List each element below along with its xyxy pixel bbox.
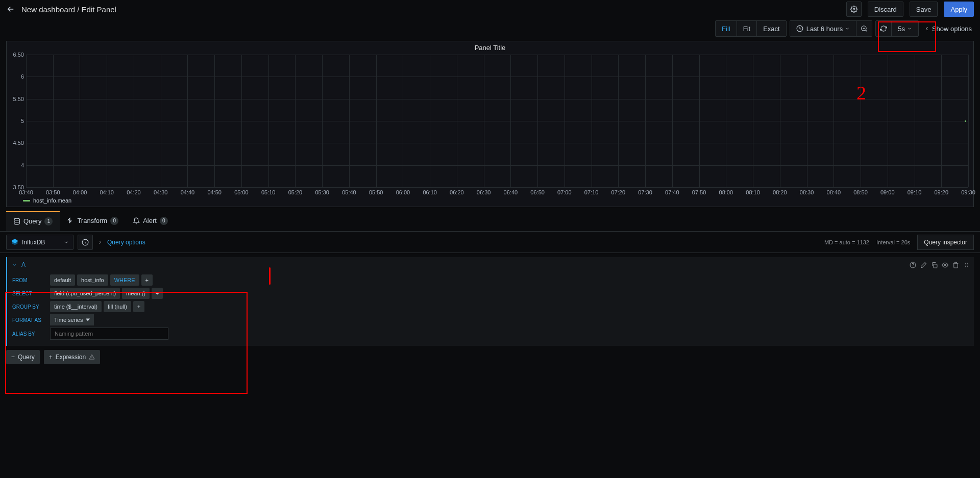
chevron-left-icon <box>924 26 930 32</box>
where-chip[interactable]: WHERE <box>110 274 139 286</box>
svg-point-8 <box>965 263 966 264</box>
gear-icon <box>850 6 857 13</box>
add-query-label: Query <box>18 354 35 361</box>
refresh-group: 5s <box>875 20 919 37</box>
svg-rect-6 <box>934 264 937 267</box>
plus-icon: + <box>11 354 15 361</box>
format-select[interactable]: Time series <box>50 314 94 325</box>
warning-icon <box>89 354 95 360</box>
select-add-button[interactable]: + <box>152 288 163 299</box>
tab-query-count: 1 <box>44 217 53 225</box>
discard-button[interactable]: Discard <box>868 2 903 17</box>
editor-tabs: Query 1 Transform 0 Alert 0 <box>0 211 980 232</box>
query-toggle-icon[interactable] <box>942 262 948 268</box>
md-info: MD = auto = 1132 <box>824 239 869 245</box>
view-fill-button[interactable]: Fill <box>716 21 737 36</box>
tab-query[interactable]: Query 1 <box>6 211 60 231</box>
select-field-chip[interactable]: field (cpu_used_percent) <box>50 288 120 299</box>
timerange-label: Last 6 hours <box>806 25 843 33</box>
query-inspector-button[interactable]: Query inspector <box>917 235 974 250</box>
from-measurement-chip[interactable]: host_info <box>77 274 108 286</box>
chevron-down-icon[interactable] <box>11 262 17 268</box>
svg-point-9 <box>967 263 968 264</box>
groupby-label: GROUP BY <box>11 304 48 310</box>
groupby-time-chip[interactable]: time ($__interval) <box>50 301 102 312</box>
svg-point-10 <box>965 264 966 265</box>
refresh-button[interactable] <box>876 21 892 36</box>
svg-point-3 <box>14 218 20 220</box>
from-label: FROM <box>11 278 48 283</box>
groupby-add-button[interactable]: + <box>133 301 144 312</box>
query-duplicate-icon[interactable] <box>931 262 938 268</box>
alias-label: ALIAS BY <box>11 331 48 337</box>
settings-button[interactable] <box>846 2 862 17</box>
chevron-down-icon <box>64 240 69 245</box>
alias-input[interactable] <box>50 328 168 340</box>
save-button[interactable]: Save <box>910 2 938 17</box>
format-label: FORMAT AS <box>11 317 48 323</box>
caret-down-icon <box>86 318 90 322</box>
chevron-right-icon[interactable] <box>97 239 103 245</box>
zoom-out-icon <box>861 25 868 32</box>
groupby-fill-chip[interactable]: fill (null) <box>104 301 131 312</box>
legend[interactable]: host_info.mean <box>7 196 973 207</box>
tab-transform-label: Transform <box>77 217 107 224</box>
timerange-picker[interactable]: Last 6 hours <box>790 20 873 37</box>
show-options-button[interactable]: Show options <box>922 21 974 36</box>
back-arrow-icon[interactable] <box>6 5 15 14</box>
view-exact-button[interactable]: Exact <box>757 21 786 36</box>
query-delete-icon[interactable] <box>952 262 959 268</box>
chart-area[interactable]: 3.5044.5055.5066.5003:4003:5004:0004:100… <box>26 55 968 194</box>
select-agg-chip[interactable]: mean () <box>122 288 150 299</box>
chevron-down-icon <box>845 26 850 31</box>
plus-icon: + <box>49 354 53 361</box>
tab-alert-label: Alert <box>143 217 157 224</box>
page-title: New dashboard / Edit Panel <box>21 5 116 14</box>
bell-icon <box>133 217 140 224</box>
timerange-button[interactable]: Last 6 hours <box>790 21 857 36</box>
refresh-icon <box>880 25 887 32</box>
query-options-link[interactable]: Query options <box>107 239 145 246</box>
add-expression-button[interactable]: + Expression <box>44 350 100 364</box>
datasource-picker[interactable]: InfluxDB <box>6 235 74 250</box>
refresh-interval-label: 5s <box>898 25 905 33</box>
datasource-help-button[interactable] <box>78 235 93 250</box>
interval-info: Interval = 20s <box>876 239 910 245</box>
clock-icon <box>796 25 803 32</box>
tab-transform[interactable]: Transform 0 <box>60 211 126 231</box>
panel: Panel Title 3.5044.5055.5066.5003:4003:5… <box>6 41 974 207</box>
select-label: SELECT <box>11 291 48 296</box>
svg-point-12 <box>965 266 966 267</box>
add-expression-label: Expression <box>56 354 86 361</box>
svg-point-13 <box>967 266 968 267</box>
zoom-out-button[interactable] <box>856 21 872 36</box>
svg-point-11 <box>967 264 968 265</box>
query-help-icon[interactable] <box>910 262 916 268</box>
legend-label: host_info.mean <box>33 197 71 204</box>
view-fit-button[interactable]: Fit <box>737 21 757 36</box>
datasource-name: InfluxDB <box>22 239 45 246</box>
query-edit-icon[interactable] <box>920 262 927 268</box>
apply-button[interactable]: Apply <box>944 2 974 17</box>
info-icon <box>82 239 89 246</box>
panel-title: Panel Title <box>7 41 973 55</box>
query-row-a: A FROM default host_info WHERE + SELECT … <box>6 257 974 346</box>
database-icon <box>13 218 20 225</box>
tab-alert-count: 0 <box>160 217 168 225</box>
influxdb-icon <box>11 238 19 246</box>
query-name[interactable]: A <box>21 261 26 268</box>
refresh-interval-button[interactable]: 5s <box>892 21 918 36</box>
query-drag-icon[interactable] <box>963 262 970 268</box>
view-mode-segment: Fill Fit Exact <box>715 20 787 37</box>
svg-point-7 <box>944 264 946 265</box>
chevron-down-icon <box>907 26 912 31</box>
format-value: Time series <box>54 317 83 323</box>
from-policy-chip[interactable]: default <box>50 274 75 286</box>
tab-alert[interactable]: Alert 0 <box>126 211 175 231</box>
add-query-button[interactable]: + Query <box>6 350 40 364</box>
transform-icon <box>67 217 74 224</box>
show-options-label: Show options <box>932 25 972 33</box>
where-add-button[interactable]: + <box>141 274 153 286</box>
tab-query-label: Query <box>23 217 41 225</box>
legend-swatch <box>23 200 30 202</box>
